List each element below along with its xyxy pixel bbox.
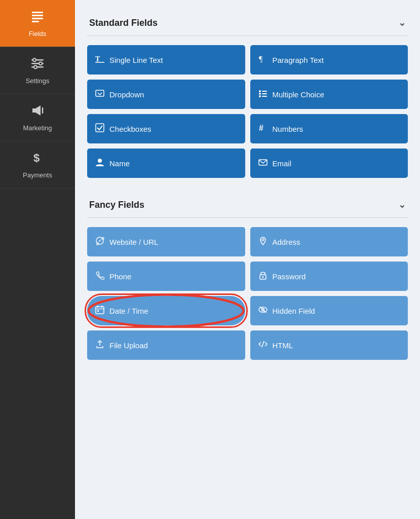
svg-point-19 [259, 93, 261, 95]
checkboxes-label: Checkboxes [109, 125, 151, 133]
multiple-choice-icon [258, 89, 268, 100]
svg-text:¶: ¶ [259, 55, 263, 63]
checkboxes-button[interactable]: Checkboxes [87, 114, 245, 143]
name-label: Name [109, 159, 130, 168]
date-time-label: Date / Time [109, 307, 148, 315]
numbers-button[interactable]: # Numbers [250, 114, 408, 143]
svg-marker-10 [32, 105, 41, 116]
multiple-choice-button[interactable]: Multiple Choice [250, 80, 408, 109]
date-time-button[interactable]: Date / Time [87, 296, 245, 325]
password-label: Password [273, 272, 306, 281]
standard-fields-chevron: ⌄ [398, 17, 406, 28]
address-icon [258, 236, 268, 247]
svg-point-8 [39, 62, 42, 65]
sidebar-item-marketing[interactable]: Marketing [0, 94, 75, 141]
file-upload-label: File Upload [109, 341, 148, 350]
svg-rect-18 [262, 91, 267, 92]
svg-rect-0 [32, 12, 43, 13]
password-button[interactable]: Password [250, 262, 408, 291]
sidebar-item-payments[interactable]: $ Payments [0, 141, 75, 189]
sidebar: Fields Settings Marketing $ [0, 0, 75, 519]
fancy-fields-grid: Website / URL Address [87, 227, 408, 360]
checkboxes-icon [95, 123, 104, 134]
email-label: Email [273, 159, 292, 168]
numbers-label: Numbers [273, 125, 303, 133]
phone-button[interactable]: Phone [87, 262, 245, 291]
svg-text:T: T [95, 55, 100, 63]
numbers-icon: # [258, 123, 268, 134]
file-upload-button[interactable]: File Upload [87, 330, 245, 360]
svg-line-40 [262, 341, 264, 347]
svg-text:$: $ [33, 152, 40, 164]
fields-icon [30, 9, 45, 27]
marketing-icon [30, 103, 45, 121]
svg-rect-20 [262, 93, 267, 94]
hidden-field-label: Hidden Field [273, 307, 315, 315]
phone-label: Phone [109, 272, 131, 281]
standard-fields-label: Standard Fields [89, 18, 158, 28]
email-icon [258, 158, 268, 169]
fancy-fields-header[interactable]: Fancy Fields ⌄ [87, 192, 408, 217]
standard-fields-grid: T Single Line Text ¶ Paragraph Text [87, 45, 408, 178]
sidebar-item-fields[interactable]: Fields [0, 0, 75, 47]
single-line-text-icon: T [95, 54, 104, 65]
html-label: HTML [273, 341, 293, 350]
svg-point-21 [259, 95, 261, 97]
address-label: Address [273, 238, 300, 246]
multiple-choice-label: Multiple Choice [273, 90, 325, 99]
single-line-text-button[interactable]: T Single Line Text [87, 45, 245, 75]
svg-rect-1 [32, 15, 43, 16]
sidebar-label-settings: Settings [26, 77, 50, 85]
svg-point-17 [259, 90, 261, 92]
sidebar-label-fields: Fields [29, 30, 47, 38]
svg-rect-3 [32, 21, 39, 22]
hidden-field-button[interactable]: Hidden Field [250, 296, 408, 325]
fancy-fields-section: Fancy Fields ⌄ Website / URL [87, 192, 408, 360]
dropdown-icon [95, 89, 104, 100]
svg-rect-16 [96, 90, 104, 96]
dropdown-button[interactable]: Dropdown [87, 80, 245, 109]
name-button[interactable]: Name [87, 149, 245, 178]
svg-point-28 [262, 239, 264, 241]
paragraph-text-icon: ¶ [258, 54, 268, 65]
email-button[interactable]: Email [250, 149, 408, 178]
payments-icon: $ [30, 151, 45, 168]
fancy-fields-divider [87, 217, 408, 218]
file-upload-icon [95, 340, 104, 351]
website-url-button[interactable]: Website / URL [87, 227, 245, 256]
svg-point-25 [98, 159, 102, 163]
svg-rect-35 [97, 310, 99, 312]
svg-text:#: # [259, 124, 263, 132]
main-content: Standard Fields ⌄ T Single Line Text [75, 0, 420, 519]
password-icon [258, 271, 268, 282]
standard-fields-header[interactable]: Standard Fields ⌄ [87, 10, 408, 35]
svg-point-7 [33, 58, 36, 61]
hidden-field-icon [258, 305, 268, 316]
standard-fields-section: Standard Fields ⌄ T Single Line Text [87, 10, 408, 178]
fancy-fields-label: Fancy Fields [89, 200, 144, 210]
svg-point-30 [262, 276, 263, 278]
standard-fields-divider [87, 35, 408, 36]
date-time-circle-annotation [83, 292, 249, 329]
website-url-label: Website / URL [109, 238, 158, 246]
dropdown-label: Dropdown [109, 90, 144, 99]
sidebar-item-settings[interactable]: Settings [0, 47, 75, 94]
html-button[interactable]: HTML [250, 330, 408, 360]
name-icon [95, 158, 104, 169]
date-time-icon [95, 305, 104, 316]
paragraph-text-button[interactable]: ¶ Paragraph Text [250, 45, 408, 75]
paragraph-text-label: Paragraph Text [273, 56, 324, 64]
settings-icon [30, 56, 45, 74]
phone-icon [95, 271, 104, 282]
sidebar-label-marketing: Marketing [23, 124, 52, 132]
svg-rect-23 [96, 124, 104, 132]
sidebar-label-payments: Payments [23, 171, 52, 179]
fancy-fields-chevron: ⌄ [398, 199, 406, 210]
svg-rect-2 [32, 18, 43, 19]
html-icon [258, 340, 268, 351]
website-url-icon [95, 236, 104, 247]
svg-point-9 [34, 65, 37, 68]
single-line-text-label: Single Line Text [109, 56, 163, 64]
address-button[interactable]: Address [250, 227, 408, 256]
svg-rect-31 [96, 307, 104, 314]
